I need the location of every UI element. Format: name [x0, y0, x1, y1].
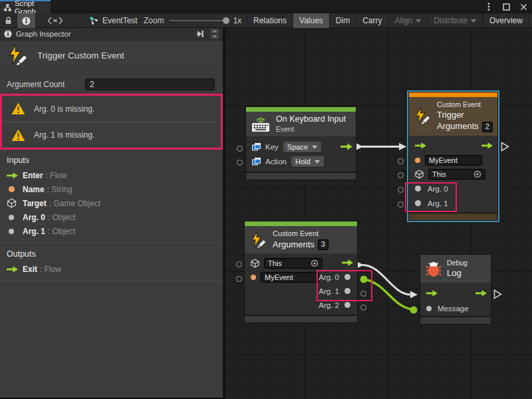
window-close-icon[interactable] [519, 2, 528, 11]
inspector-header: Graph Inspector [0, 28, 223, 41]
script-graph-window: Script Graph EventTest [0, 0, 532, 399]
chevron-down-icon [471, 19, 476, 23]
cube-icon[interactable] [415, 170, 424, 179]
bolt-pencil-icon [414, 107, 432, 125]
target-icon[interactable] [311, 259, 319, 267]
arguments-count-field[interactable]: 2 [482, 122, 493, 132]
spinner-up-icon[interactable] [211, 29, 219, 33]
port-row-target: Target: Game Object [0, 196, 223, 210]
target-icon[interactable] [473, 170, 481, 178]
distribute-button[interactable]: Distribute [427, 13, 482, 28]
dim-button[interactable]: Dim [329, 13, 356, 28]
tab-script-graph[interactable]: Script Graph [0, 0, 51, 13]
cube-icon[interactable] [251, 259, 259, 268]
port-action-outer[interactable] [237, 160, 243, 166]
event-name-field[interactable]: MyEvent [261, 272, 319, 283]
relations-button[interactable]: Relations [247, 13, 293, 28]
zoom-slider-handle[interactable] [223, 17, 229, 24]
node-debug-log[interactable]: Debug Log Message [420, 255, 491, 324]
target-field[interactable]: This [428, 169, 485, 180]
arguments-count-field[interactable]: 3 [318, 239, 329, 250]
flow-out-port[interactable] [340, 143, 352, 150]
port-arg1-outer[interactable] [398, 201, 404, 207]
unit-title-block: Trigger Custom Event [0, 41, 223, 70]
spinner-control[interactable] [211, 29, 219, 39]
chevron-down-icon [312, 146, 317, 149]
target-field[interactable]: This [264, 258, 323, 269]
node-footer [420, 317, 491, 324]
zoom-slider[interactable] [170, 20, 228, 21]
key-dropdown[interactable]: Space [283, 142, 321, 152]
window-menu-icon[interactable] [484, 2, 493, 11]
full-screen-button[interactable]: Full Screen [529, 13, 532, 28]
flow-in-port[interactable] [415, 142, 426, 149]
values-button[interactable]: Values [293, 13, 329, 28]
warning-text: Arg. 0 is missing. [34, 104, 94, 114]
flow-out-port[interactable] [342, 259, 353, 266]
wire-end-arrow [410, 291, 418, 299]
window-maximize-icon[interactable] [501, 2, 511, 11]
cube-icon [7, 198, 17, 208]
port-myevent-outer[interactable] [236, 276, 242, 282]
script-graph-icon [4, 3, 11, 12]
lock-icon [5, 17, 12, 25]
arguments-label: Arguments [437, 121, 479, 132]
tab-bar: Script Graph [0, 0, 532, 13]
carry-button[interactable]: Carry [356, 13, 388, 28]
info-icon [4, 30, 12, 38]
literal-icon [252, 158, 261, 166]
highlight-box-trigger-args [405, 182, 457, 212]
node-footer [409, 213, 497, 220]
code-brackets-icon [47, 17, 63, 25]
port-key-outer[interactable] [237, 146, 243, 152]
wire-port-dot[interactable] [410, 307, 418, 314]
argument-count-label: Argument Count [7, 80, 85, 89]
event-color-bar [246, 107, 356, 112]
node-on-keyboard-input[interactable]: On Keyboard Input Event Key Space Action… [246, 107, 356, 180]
inspector-title: Graph Inspector [16, 30, 70, 38]
object-dot-icon [9, 229, 14, 234]
outputs-header: Outputs [0, 243, 223, 262]
window-controls [484, 1, 528, 12]
wire-start-arrow [356, 261, 364, 269]
action-dropdown[interactable]: Hold [291, 156, 324, 167]
node-subtitle: Event [276, 125, 346, 134]
port-label-message: Message [438, 305, 469, 313]
flow-out-port[interactable] [475, 290, 487, 297]
zoom-control: Zoom 1x [144, 13, 241, 28]
chevron-down-icon [315, 160, 320, 164]
align-button[interactable]: Align [388, 13, 428, 28]
graph-canvas[interactable]: On Keyboard Input Event Key Space Action… [225, 28, 532, 399]
port-this-outer[interactable] [236, 261, 242, 267]
warning-triangle-icon [11, 129, 25, 142]
string-port-dot[interactable] [251, 275, 256, 280]
highlight-box-arguments-args [317, 270, 372, 301]
event-name-field[interactable]: MyEvent [425, 155, 482, 166]
port-row-name: Name: String [0, 182, 223, 196]
object-port-dot[interactable] [426, 306, 432, 311]
string-port-dot[interactable] [415, 158, 420, 163]
port-this-outer[interactable] [398, 172, 404, 178]
flow-continue-triangle[interactable] [493, 289, 502, 299]
port-arg0-outer[interactable] [398, 187, 404, 193]
port-myevent-outer[interactable] [398, 158, 404, 164]
inspector-toggle-button[interactable] [17, 13, 36, 28]
argument-count-field[interactable]: 2 [85, 78, 215, 90]
flow-arrow-icon [7, 172, 18, 179]
spinner-down-icon[interactable] [211, 35, 219, 39]
arguments-label: Arguments [273, 239, 315, 250]
flow-out-port[interactable] [481, 142, 493, 149]
node-footer [245, 316, 357, 323]
warnings-highlight-box: Arg. 0 is missing. Arg. 1 is missing. [0, 94, 223, 150]
dock-icon[interactable] [196, 30, 204, 38]
debug-mode-button[interactable] [36, 13, 74, 28]
object-port-dot[interactable] [344, 302, 350, 308]
port-arg2-outer[interactable] [360, 305, 366, 311]
overview-button[interactable]: Overview [482, 13, 529, 28]
toolbar-buttons: Relations Values Dim Carry Align Distrib… [247, 13, 532, 28]
flow-continue-triangle[interactable] [501, 142, 509, 152]
lock-button[interactable] [0, 13, 17, 28]
node-title: Trigger [437, 110, 493, 120]
graph-name: EventTest [89, 13, 138, 28]
flow-in-port[interactable] [426, 290, 438, 297]
